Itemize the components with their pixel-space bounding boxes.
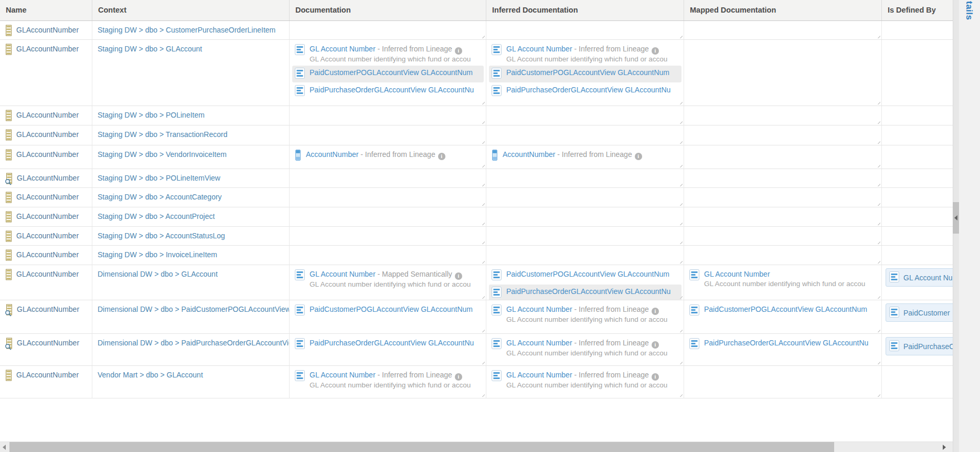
context-breadcrumb[interactable]: Staging DW > dbo > AccountProject [98, 212, 215, 220]
doc-entry-link[interactable]: PaidCustomerPOGLAccountView GLAccountNum [506, 68, 669, 77]
doc-entry-link[interactable]: PaidPurchaseOrderGLAccountView GLAccount… [506, 86, 670, 94]
context-breadcrumb[interactable]: Dimensional DW > dbo > GLAccount [98, 270, 218, 278]
doc-entry-link[interactable]: PaidCustomerPOGLAccountView GLAccountNum [506, 270, 669, 278]
resize-grip-icon[interactable] [678, 360, 683, 364]
defined-by-chip[interactable]: GL Account Nu [886, 268, 953, 287]
table-row[interactable]: GLAccountNumberStaging DW > dbo > Accoun… [0, 207, 953, 227]
splitter-collapse-button[interactable] [953, 202, 959, 234]
context-breadcrumb[interactable]: Dimensional DW > dbo > PaidCustomerPOGLA… [98, 305, 290, 313]
asset-name-link[interactable]: GLAccountNumber [16, 25, 79, 36]
table-row[interactable]: GLAccountNumberDimensional DW > dbo > GL… [0, 265, 953, 300]
defined-by-chip[interactable]: PaidCustomer [886, 303, 953, 322]
resize-grip-icon[interactable] [678, 328, 683, 332]
asset-name-link[interactable]: GLAccountNumber [16, 370, 79, 381]
resize-grip-icon[interactable] [480, 34, 485, 38]
doc-entry-link[interactable]: AccountNumber [306, 150, 358, 159]
doc-entry-link[interactable]: GL Account Number [310, 270, 376, 278]
resize-grip-icon[interactable] [480, 392, 485, 397]
resize-grip-icon[interactable] [876, 100, 880, 104]
resize-grip-icon[interactable] [678, 239, 683, 244]
info-icon[interactable]: i [455, 47, 462, 55]
resize-grip-icon[interactable] [480, 259, 485, 264]
resize-grip-icon[interactable] [480, 220, 485, 225]
table-row[interactable]: GLAccountNumberStaging DW > dbo > POLine… [0, 106, 953, 125]
context-breadcrumb[interactable]: Staging DW > dbo > POLineItem [98, 111, 205, 119]
doc-entry-link[interactable]: PaidPurchaseOrderGLAccountView GLAccount… [310, 339, 474, 347]
table-row[interactable]: GLAccountNumberStaging DW > dbo > Invoic… [0, 246, 953, 265]
asset-name-link[interactable]: GLAccountNumber [16, 110, 79, 121]
scroll-left-icon[interactable] [0, 442, 8, 452]
col-header-mapped_documentation[interactable]: Mapped Documentation [684, 0, 882, 20]
resize-grip-icon[interactable] [876, 294, 880, 299]
resize-grip-icon[interactable] [480, 360, 485, 364]
context-breadcrumb[interactable]: Staging DW > dbo > GLAccount [98, 45, 202, 53]
context-breadcrumb[interactable]: Staging DW > dbo > TransactionRecord [98, 130, 227, 139]
doc-entry-link[interactable]: PaidPurchaseOrderGLAccountView GLAccount… [506, 287, 670, 296]
info-icon[interactable]: i [635, 153, 642, 160]
table-row[interactable]: GLAccountNumberDimensional DW > dbo > Pa… [0, 334, 953, 366]
doc-entry-link[interactable]: PaidPurchaseOrderGLAccountView GLAccount… [704, 339, 868, 347]
asset-name-link[interactable]: GLAccountNumber [16, 211, 79, 222]
info-icon[interactable]: i [455, 272, 462, 280]
doc-entry-link[interactable]: GL Account Number [506, 305, 572, 313]
col-header-context[interactable]: Context [92, 0, 290, 20]
doc-entry-link[interactable]: PaidCustomerPOGLAccountView GLAccountNum [310, 305, 473, 313]
col-header-name[interactable]: Name [0, 0, 92, 20]
context-breadcrumb[interactable]: Staging DW > dbo > VendorInvoiceItem [98, 150, 227, 159]
context-breadcrumb[interactable]: Staging DW > dbo > CustomerPurchaseOrder… [98, 26, 275, 34]
info-icon[interactable]: i [652, 308, 659, 315]
doc-entry-link[interactable]: GL Account Number [506, 45, 572, 53]
table-row[interactable]: GLAccountNumberStaging DW > dbo > Accoun… [0, 227, 953, 246]
context-breadcrumb[interactable]: Dimensional DW > dbo > PaidPurchaseOrder… [98, 339, 290, 347]
resize-grip-icon[interactable] [480, 119, 485, 124]
resize-grip-icon[interactable] [678, 34, 683, 38]
resize-grip-icon[interactable] [678, 139, 683, 144]
context-breadcrumb[interactable]: Staging DW > dbo > AccountCategory [98, 193, 222, 201]
table-row[interactable]: GLAccountNumberStaging DW > dbo > Custom… [0, 21, 953, 40]
resize-grip-icon[interactable] [876, 139, 880, 144]
resize-grip-icon[interactable] [480, 328, 485, 332]
asset-name-link[interactable]: GLAccountNumber [17, 338, 79, 349]
resize-grip-icon[interactable] [480, 100, 485, 104]
resize-grip-icon[interactable] [876, 34, 880, 38]
horizontal-scroll-thumb[interactable] [9, 442, 834, 452]
asset-name-link[interactable]: GLAccountNumber [17, 173, 79, 184]
doc-entry-link[interactable]: AccountNumber [503, 150, 555, 159]
col-header-documentation[interactable]: Documentation [290, 0, 486, 20]
resize-grip-icon[interactable] [480, 201, 485, 206]
asset-name-link[interactable]: GLAccountNumber [16, 269, 79, 280]
doc-entry-link[interactable]: PaidPurchaseOrderGLAccountView GLAccount… [310, 86, 474, 94]
resize-grip-icon[interactable] [678, 259, 683, 264]
table-row[interactable]: GLAccountNumberDimensional DW > dbo > Pa… [0, 300, 953, 334]
table-row[interactable]: GLAccountNumberVendor Mart > dbo > GLAcc… [0, 366, 953, 398]
resize-grip-icon[interactable] [678, 119, 683, 124]
details-tab[interactable]: tails [964, 1, 974, 20]
resize-grip-icon[interactable] [480, 139, 485, 144]
context-breadcrumb[interactable]: Staging DW > dbo > POLineItemView [98, 174, 220, 182]
scroll-right-icon[interactable] [940, 442, 949, 452]
resize-grip-icon[interactable] [876, 163, 880, 167]
context-breadcrumb[interactable]: Staging DW > dbo > InvoiceLineItem [98, 250, 217, 259]
asset-name-link[interactable]: GLAccountNumber [16, 149, 79, 160]
table-row[interactable]: GLAccountNumberStaging DW > dbo > Transa… [0, 125, 953, 145]
table-row[interactable]: GLAccountNumberStaging DW > dbo > Vendor… [0, 145, 953, 169]
resize-grip-icon[interactable] [876, 220, 880, 225]
table-row[interactable]: GLAccountNumberStaging DW > dbo > Accoun… [0, 188, 953, 207]
defined-by-chip[interactable]: PaidPurchaseO [886, 337, 953, 355]
resize-grip-icon[interactable] [876, 360, 880, 364]
resize-grip-icon[interactable] [876, 119, 880, 124]
resize-grip-icon[interactable] [678, 201, 683, 206]
resize-grip-icon[interactable] [876, 239, 880, 244]
asset-name-link[interactable]: GLAccountNumber [16, 192, 79, 203]
doc-entry-link[interactable]: GL Account Number [704, 270, 770, 278]
resize-grip-icon[interactable] [678, 182, 683, 186]
context-breadcrumb[interactable]: Vendor Mart > dbo > GLAccount [98, 371, 203, 379]
doc-entry-link[interactable]: GL Account Number [506, 371, 572, 379]
table-row[interactable]: GLAccountNumberStaging DW > dbo > GLAcco… [0, 40, 953, 106]
info-icon[interactable]: i [438, 153, 445, 160]
resize-grip-icon[interactable] [876, 392, 880, 397]
context-breadcrumb[interactable]: Staging DW > dbo > AccountStatusLog [98, 232, 225, 240]
doc-entry-link[interactable]: GL Account Number [310, 45, 376, 53]
doc-entry-link[interactable]: PaidCustomerPOGLAccountView GLAccountNum [704, 305, 867, 313]
col-header-is_defined_by[interactable]: Is Defined By [882, 0, 953, 20]
